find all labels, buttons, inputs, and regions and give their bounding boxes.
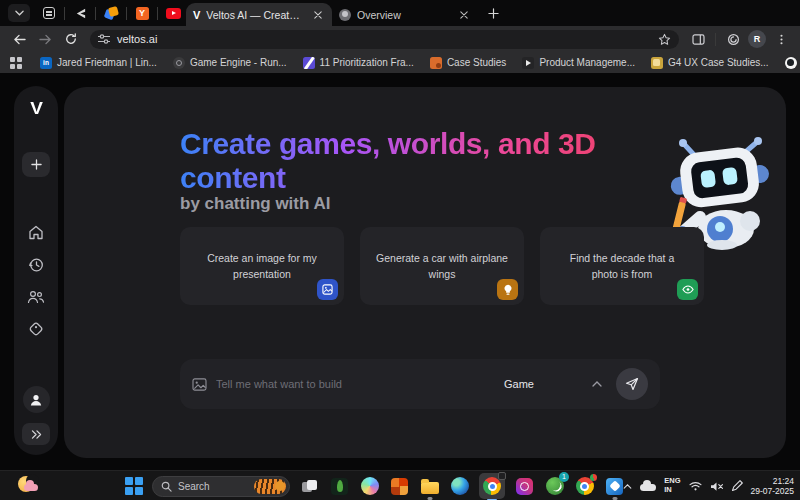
search-label: Search	[178, 481, 248, 492]
image-icon	[317, 279, 338, 300]
g4-ux-icon	[651, 57, 663, 69]
chevron-down-icon	[15, 10, 24, 16]
task-view-button[interactable]	[299, 476, 320, 497]
prompt-composer[interactable]: Game	[180, 359, 660, 409]
site-settings-icon	[98, 34, 110, 44]
language-indicator[interactable]: ENG IN	[664, 477, 680, 494]
start-button[interactable]	[125, 477, 143, 495]
paper-plane-icon	[625, 377, 639, 391]
photos-icon	[606, 478, 623, 495]
product-management-icon	[522, 57, 534, 69]
bookmark-case-studies[interactable]: Case Studies	[424, 54, 512, 71]
back-icon	[13, 34, 26, 45]
expand-sidebar-button[interactable]	[22, 423, 50, 445]
veltos-logo[interactable]: V	[30, 99, 42, 119]
taskbar-search[interactable]: Search	[152, 476, 290, 497]
reload-button[interactable]	[60, 28, 82, 50]
bookmark-star-icon[interactable]	[658, 33, 671, 46]
bookmark-game-engine[interactable]: Game Engine - Run...	[167, 54, 293, 71]
edge-icon	[451, 477, 469, 495]
attach-image-icon[interactable]	[192, 378, 207, 391]
tab-overview[interactable]: Overview	[332, 3, 478, 26]
divider	[126, 7, 127, 20]
bookmark-label: Product Manageme...	[539, 57, 635, 68]
home-icon[interactable]	[28, 225, 44, 240]
time-text: 21:24	[773, 476, 794, 486]
send-button[interactable]	[616, 368, 648, 400]
new-tab-button[interactable]	[482, 2, 504, 24]
community-icon[interactable]	[27, 290, 45, 304]
chevron-up-icon[interactable]	[592, 381, 602, 387]
extension-button[interactable]	[722, 28, 744, 50]
bookmark-product-management[interactable]: Product Manageme...	[516, 54, 641, 71]
pinned-tab-triangle-app[interactable]	[67, 2, 93, 24]
edge-app[interactable]	[449, 476, 470, 497]
close-icon[interactable]	[457, 8, 471, 22]
profile-avatar[interactable]: R	[748, 30, 766, 48]
pinned-tab-notes[interactable]	[36, 2, 62, 24]
new-project-button[interactable]	[22, 152, 50, 177]
search-icon	[161, 481, 172, 492]
tiger-image	[254, 479, 286, 494]
hero-title: Create games, worlds, and 3D content	[180, 127, 700, 194]
user-avatar[interactable]	[23, 386, 50, 413]
task-view-icon	[302, 480, 317, 493]
browser-menu-button[interactable]	[770, 28, 792, 50]
extension-icon	[727, 33, 740, 46]
forward-button[interactable]	[34, 28, 56, 50]
suggestion-card-photo-decade[interactable]: Find the decade that a photo is from	[540, 227, 704, 305]
pen-icon[interactable]	[731, 480, 743, 492]
address-bar[interactable]: veltos.ai	[90, 30, 679, 49]
photos-app[interactable]	[604, 476, 625, 497]
xbox-app[interactable]: 1	[544, 476, 565, 497]
bookmark-jared-friedman[interactable]: in Jared Friedman | Lin...	[34, 54, 163, 71]
windows-taskbar: Search 1	[0, 470, 800, 500]
pinned-tab-colorful-app[interactable]	[98, 2, 124, 24]
card-text: Generate a car with airplane wings	[376, 250, 508, 283]
prompt-input[interactable]	[216, 378, 504, 390]
pinned-tab-hacker-news[interactable]: Y	[129, 2, 155, 24]
veltos-main-panel: Create games, worlds, and 3D content by …	[64, 87, 786, 458]
cloud-icon	[24, 484, 38, 491]
close-icon[interactable]	[311, 8, 325, 22]
tab-title: Overview	[357, 9, 451, 21]
volume-muted-icon[interactable]	[710, 481, 723, 492]
file-explorer-app[interactable]	[419, 476, 440, 497]
onedrive-icon[interactable]	[640, 484, 656, 491]
suggestion-card-image[interactable]: Create an image for my presentation	[180, 227, 344, 305]
suggestion-card-car[interactable]: Generate a car with airplane wings	[360, 227, 524, 305]
instagram-app[interactable]	[514, 476, 535, 497]
taskbar-center: Search 1	[125, 471, 625, 500]
browser-toolbar: veltos.ai R	[0, 26, 800, 52]
mode-select-value[interactable]: Game	[504, 378, 534, 390]
kebab-menu-icon	[780, 33, 783, 46]
tab-search-button[interactable]	[8, 4, 30, 22]
hero-subtitle: by chatting with AI	[180, 194, 330, 214]
tag-icon[interactable]	[28, 321, 44, 337]
office-icon	[391, 478, 408, 495]
office-app[interactable]	[389, 476, 410, 497]
copilot-icon	[361, 477, 379, 495]
weather-widget[interactable]	[16, 475, 40, 497]
copilot-app[interactable]	[359, 476, 380, 497]
bookmark-g4-ux[interactable]: G4 UX Case Studies...	[645, 54, 775, 71]
hidden-icons-chevron[interactable]	[623, 484, 632, 489]
apps-grid-icon[interactable]	[10, 57, 22, 69]
tab-veltos[interactable]: V Veltos AI — Create Games & 3...	[186, 3, 332, 26]
chrome-beta-app[interactable]	[574, 476, 595, 497]
game-engine-icon	[173, 57, 185, 69]
back-button[interactable]	[8, 28, 30, 50]
wifi-icon[interactable]	[689, 481, 702, 491]
open-app-indicator	[612, 497, 617, 500]
mongodb-app[interactable]	[329, 476, 350, 497]
pinned-tab-youtube[interactable]	[160, 2, 186, 24]
history-icon[interactable]	[28, 257, 44, 273]
bookmark-github-repo[interactable]: aaronbatchelder/pr...	[779, 54, 800, 71]
split-tab-button[interactable]	[687, 28, 709, 50]
taskbar-clock[interactable]: 21:24 29-07-2025	[751, 476, 794, 496]
veltos-sidebar: V	[14, 86, 58, 455]
bookmark-prioritization[interactable]: 11 Prioritization Fra...	[297, 54, 420, 71]
reload-icon	[65, 33, 77, 45]
chrome-app-active[interactable]	[479, 473, 505, 499]
plus-icon	[31, 159, 42, 170]
